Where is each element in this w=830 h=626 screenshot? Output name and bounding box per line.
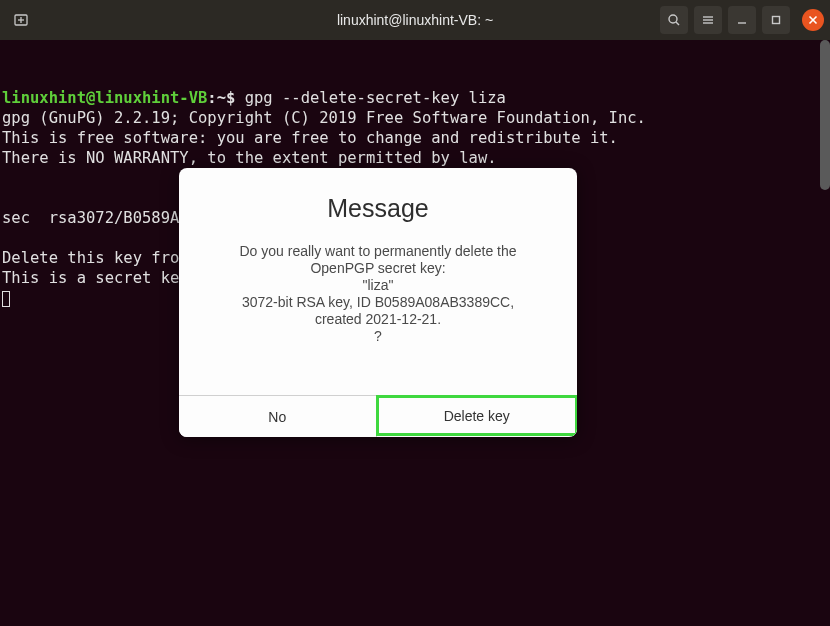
maximize-button[interactable] (762, 6, 790, 34)
titlebar-left (6, 5, 36, 35)
dialog-line: created 2021-12-21. (201, 311, 555, 328)
scrollbar[interactable] (820, 40, 830, 190)
command-text: gpg --delete-secret-key liza (245, 89, 506, 107)
output-line: sec rsa3072/B0589A (2, 209, 179, 227)
svg-point-3 (669, 15, 677, 23)
no-button[interactable]: No (179, 396, 377, 437)
dialog-message: Do you really want to permanently delete… (201, 243, 555, 345)
dialog-title: Message (201, 194, 555, 223)
output-line: This is free software: you are free to c… (2, 129, 618, 147)
dialog-line: Do you really want to permanently delete… (201, 243, 555, 260)
dialog-body: Message Do you really want to permanentl… (179, 168, 577, 395)
dialog-buttons: No Delete key (179, 395, 577, 437)
confirm-dialog: Message Do you really want to permanentl… (179, 168, 577, 437)
close-button[interactable] (802, 9, 824, 31)
prompt-path: :~$ (207, 89, 244, 107)
cursor (2, 291, 10, 307)
dialog-line: ? (201, 328, 555, 345)
svg-rect-9 (773, 17, 780, 24)
titlebar-right (660, 6, 824, 34)
dialog-line: 3072-bit RSA key, ID B0589A08AB3389CC, (201, 294, 555, 311)
output-line: gpg (GnuPG) 2.2.19; Copyright (C) 2019 F… (2, 109, 646, 127)
menu-button[interactable] (694, 6, 722, 34)
minimize-button[interactable] (728, 6, 756, 34)
search-button[interactable] (660, 6, 688, 34)
dialog-line: "liza" (201, 277, 555, 294)
output-line: There is NO WARRANTY, to the extent perm… (2, 149, 497, 167)
window-title: linuxhint@linuxhint-VB: ~ (337, 12, 493, 28)
output-line: This is a secret ke (2, 269, 179, 287)
titlebar: linuxhint@linuxhint-VB: ~ (0, 0, 830, 40)
delete-key-button[interactable]: Delete key (376, 395, 578, 436)
svg-line-4 (676, 22, 679, 25)
dialog-line: OpenPGP secret key: (201, 260, 555, 277)
output-line: Delete this key fro (2, 249, 179, 267)
new-tab-button[interactable] (6, 5, 36, 35)
prompt-user: linuxhint@linuxhint-VB (2, 89, 207, 107)
